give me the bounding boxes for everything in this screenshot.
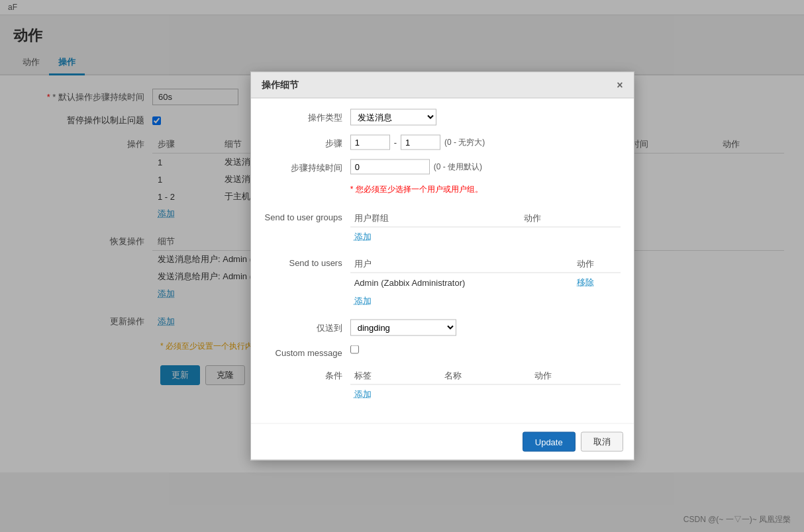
user-remove-link[interactable]: 移除 bbox=[577, 277, 594, 287]
modal-custom-msg-control bbox=[350, 345, 621, 356]
step-hint: (0 - 无穷大) bbox=[444, 137, 485, 148]
user-cell: Admin (Zabbix Administrator) bbox=[350, 273, 574, 292]
conditions-add-row: 添加 bbox=[350, 384, 621, 404]
modal-step-duration-control: (0 - 使用默认) bbox=[350, 159, 621, 175]
modal-alert-control: * 您必须至少选择一个用户或用户组。 bbox=[350, 184, 621, 200]
groups-col-action: 动作 bbox=[520, 210, 621, 228]
conditions-col-name: 名称 bbox=[440, 367, 530, 385]
modal-custom-msg-row: Custom message bbox=[264, 345, 621, 358]
modal-alert-row: * 您必须至少选择一个用户或用户组。 bbox=[264, 184, 621, 200]
modal-step-row: 步骤 - (0 - 无穷大) bbox=[264, 135, 621, 150]
modal-groups-row: Send to user groups 用户群组 动作 添加 bbox=[264, 210, 621, 246]
modal: 操作细节 × 操作类型 发送消息 步骤 - (0 - 无穷大) bbox=[250, 72, 634, 461]
modal-custom-msg-label: Custom message bbox=[264, 345, 350, 358]
table-row: Admin (Zabbix Administrator) 移除 bbox=[350, 273, 621, 292]
step-from-input[interactable] bbox=[350, 135, 390, 150]
modal-send-only-row: 仅送到 dingding bbox=[264, 320, 621, 336]
users-add-row: 添加 bbox=[350, 292, 621, 310]
conditions-add-link[interactable]: 添加 bbox=[354, 389, 372, 399]
groups-col-group: 用户群组 bbox=[350, 210, 520, 228]
modal-title: 操作细节 bbox=[262, 79, 299, 91]
step-range: - (0 - 无穷大) bbox=[350, 135, 621, 150]
modal-body: 操作类型 发送消息 步骤 - (0 - 无穷大) 步骤持续时间 bbox=[251, 99, 634, 423]
modal-step-duration-label: 步骤持续时间 bbox=[264, 159, 350, 174]
modal-op-type-label: 操作类型 bbox=[264, 109, 350, 124]
modal-step-control: - (0 - 无穷大) bbox=[350, 135, 621, 150]
modal-conditions-row: 条件 标签 名称 动作 添加 bbox=[264, 367, 621, 404]
modal-send-only-select[interactable]: dingding bbox=[350, 320, 456, 336]
modal-op-type-row: 操作类型 发送消息 bbox=[264, 109, 621, 126]
modal-cancel-button[interactable]: 取消 bbox=[581, 432, 623, 452]
modal-send-only-control: dingding bbox=[350, 320, 621, 336]
modal-op-type-select[interactable]: 发送消息 bbox=[350, 109, 436, 126]
modal-conditions-label: 条件 bbox=[264, 367, 350, 382]
step-duration-input[interactable] bbox=[350, 159, 430, 175]
users-col-action: 动作 bbox=[573, 255, 620, 273]
step-separator: - bbox=[394, 138, 397, 148]
step-duration-range: (0 - 使用默认) bbox=[350, 159, 621, 175]
modal-step-label: 步骤 bbox=[264, 135, 350, 150]
modal-groups-control: 用户群组 动作 添加 bbox=[350, 210, 621, 246]
modal-update-button[interactable]: Update bbox=[523, 432, 576, 452]
conditions-table: 标签 名称 动作 添加 bbox=[350, 367, 621, 404]
modal-alert-spacer bbox=[264, 184, 350, 187]
groups-add-link[interactable]: 添加 bbox=[354, 232, 372, 242]
modal-close-button[interactable]: × bbox=[617, 80, 623, 91]
modal-send-only-label: 仅送到 bbox=[264, 320, 350, 334]
modal-users-label: Send to users bbox=[264, 255, 350, 268]
groups-table: 用户群组 动作 添加 bbox=[350, 210, 621, 246]
modal-header: 操作细节 × bbox=[251, 73, 634, 99]
modal-conditions-control: 标签 名称 动作 添加 bbox=[350, 367, 621, 404]
modal-users-control: 用户 动作 Admin (Zabbix Administrator) 移除 bbox=[350, 255, 621, 310]
custom-message-checkbox[interactable] bbox=[350, 345, 359, 354]
users-add-link[interactable]: 添加 bbox=[354, 296, 372, 306]
alert-text: * 您必须至少选择一个用户或用户组。 bbox=[350, 184, 621, 195]
step-duration-hint: (0 - 使用默认) bbox=[434, 161, 482, 173]
modal-users-row: Send to users 用户 动作 Admin (Zabbix Admini… bbox=[264, 255, 621, 310]
modal-groups-label: Send to user groups bbox=[264, 210, 350, 222]
step-to-input[interactable] bbox=[401, 135, 440, 150]
users-table: 用户 动作 Admin (Zabbix Administrator) 移除 bbox=[350, 255, 621, 310]
users-col-user: 用户 bbox=[350, 255, 574, 273]
groups-add-row: 添加 bbox=[350, 227, 621, 246]
modal-op-type-control: 发送消息 bbox=[350, 109, 621, 126]
conditions-col-tag: 标签 bbox=[350, 367, 440, 385]
modal-footer: Update 取消 bbox=[251, 423, 634, 460]
conditions-col-action: 动作 bbox=[530, 367, 621, 385]
user-action-cell: 移除 bbox=[573, 273, 620, 292]
modal-step-duration-row: 步骤持续时间 (0 - 使用默认) bbox=[264, 159, 621, 175]
